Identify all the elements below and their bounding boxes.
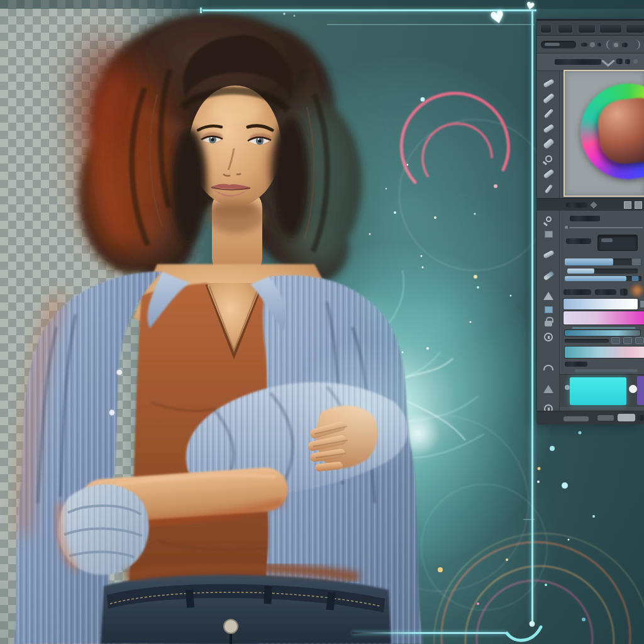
- menu-item[interactable]: [626, 25, 644, 33]
- pen-nib-icon[interactable]: [601, 55, 615, 67]
- swatch-tool[interactable]: [541, 303, 556, 316]
- mini-button[interactable]: [611, 337, 620, 344]
- slider-knob[interactable]: [565, 226, 568, 229]
- status-blob: [638, 415, 644, 421]
- mini-button[interactable]: [635, 337, 644, 344]
- options-icon[interactable]: [625, 59, 630, 64]
- gradient-bar-teal-blue[interactable]: [565, 330, 640, 336]
- picker-toolbar: [537, 198, 644, 211]
- pen-tool[interactable]: [541, 106, 556, 120]
- section-dropdown: [537, 232, 644, 255]
- picker-button[interactable]: [635, 201, 642, 209]
- gear-icon[interactable]: [613, 42, 619, 48]
- mini-button[interactable]: [623, 337, 632, 344]
- menu-item[interactable]: [600, 25, 621, 33]
- tool-preset-value: [545, 43, 560, 46]
- dropdown-value: [601, 238, 613, 242]
- options-dot-control[interactable]: [590, 42, 595, 47]
- slider-track[interactable]: [567, 269, 638, 274]
- options-control[interactable]: [597, 43, 601, 47]
- airbrush-tool[interactable]: [541, 167, 556, 180]
- slider-stack: [537, 256, 644, 285]
- menu-bar: [537, 21, 644, 36]
- options-control[interactable]: [622, 43, 628, 47]
- smudge-tool[interactable]: [541, 76, 556, 90]
- eraser-tool[interactable]: [541, 136, 556, 150]
- gradient-bar-button[interactable]: [640, 300, 644, 308]
- eyedropper-tool[interactable]: [541, 182, 556, 196]
- swatch-row: [560, 374, 644, 407]
- accent-orange-dot: [631, 285, 643, 296]
- section-label: [570, 216, 600, 221]
- lock-tool[interactable]: [541, 316, 556, 330]
- status-button[interactable]: [618, 414, 635, 421]
- section-slider: [537, 211, 644, 232]
- jeans: [101, 568, 391, 644]
- options-control[interactable]: [581, 43, 587, 47]
- slider-rail[interactable]: [570, 227, 643, 228]
- menu-item[interactable]: [579, 25, 595, 33]
- warning-tool[interactable]: [541, 382, 556, 396]
- brush-tool[interactable]: [541, 91, 556, 105]
- color-indicator-dot[interactable]: [629, 385, 637, 393]
- footer-label: [565, 362, 587, 367]
- swatch-icon[interactable]: [565, 385, 570, 390]
- options-icon[interactable]: [616, 58, 623, 64]
- mini-slider-row: [537, 336, 644, 345]
- menu-item[interactable]: [541, 25, 551, 33]
- thin-teal-line: [572, 327, 635, 329]
- gradient-section-header: [537, 286, 644, 297]
- editor-side-panel: [536, 19, 644, 423]
- gradient-bar-blue-white[interactable]: [564, 299, 638, 309]
- gradient-header-icon[interactable]: [620, 289, 628, 296]
- picker-diamond-icon[interactable]: [590, 201, 597, 208]
- options-dot[interactable]: [633, 59, 638, 64]
- panel-status-bar: [537, 411, 644, 425]
- slider-track[interactable]: [565, 258, 640, 265]
- secondary-swatch-purple[interactable]: [637, 376, 644, 405]
- bracket-right: [630, 40, 640, 50]
- gradient-bar-teal-pink[interactable]: [565, 347, 644, 358]
- footer-bar: [575, 369, 638, 372]
- picker-label: [566, 203, 587, 208]
- slider-value-box[interactable]: [631, 275, 639, 282]
- zoom-tool[interactable]: [541, 152, 556, 165]
- active-color-swatch-cyan[interactable]: [570, 377, 626, 405]
- slider-value-box[interactable]: [631, 258, 641, 266]
- mini-slider[interactable]: [565, 339, 609, 343]
- status-blob: [597, 415, 614, 421]
- ink-pen-tool[interactable]: [541, 121, 556, 135]
- menu-item[interactable]: [558, 25, 572, 33]
- options-bar: [537, 36, 644, 53]
- dropdown-label: [566, 238, 591, 244]
- secondary-options-bar: [537, 53, 644, 71]
- editor-canvas: ♥ ♥: [0, 0, 644, 644]
- gradient-header-label: [564, 289, 591, 295]
- gradient-bar-magenta[interactable]: [564, 311, 644, 325]
- status-blob: [564, 416, 589, 421]
- curve-tool[interactable]: [541, 360, 556, 374]
- color-picker-well: [564, 70, 644, 197]
- slider-track[interactable]: [565, 276, 641, 281]
- picker-button[interactable]: [624, 201, 631, 209]
- mode-label: [555, 59, 601, 65]
- gradient-header-label: [595, 289, 616, 295]
- dropdown-box[interactable]: [597, 235, 638, 251]
